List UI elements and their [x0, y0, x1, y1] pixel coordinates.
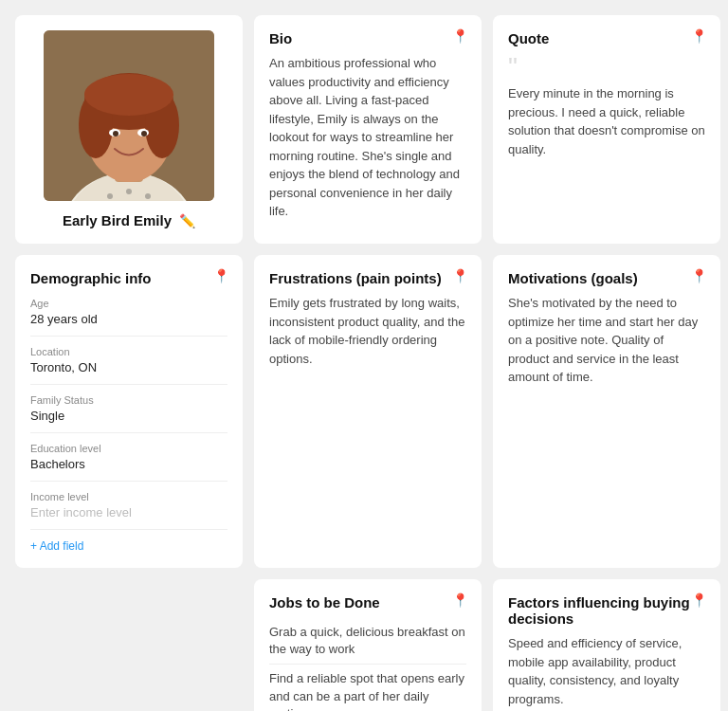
- factors-card: 📍 Factors influencing buying decisions S…: [493, 579, 720, 711]
- age-label: Age: [30, 298, 228, 309]
- factors-body: Speed and efficiency of service, mobile …: [508, 634, 705, 708]
- quote-marks: ": [508, 54, 705, 81]
- motivations-card: 📍 Motivations (goals) She's motivated by…: [493, 255, 720, 568]
- quote-card: 📍 Quote " Every minute in the morning is…: [493, 15, 720, 244]
- svg-point-14: [126, 189, 132, 194]
- family-label: Family Status: [30, 394, 228, 406]
- location-field: Location Toronto, ON: [30, 346, 228, 385]
- edit-icon[interactable]: ✏️: [179, 213, 195, 228]
- demographic-card: 📍 Demographic info Age 28 years old Loca…: [15, 255, 243, 568]
- profile-card: Early Bird Emily ✏️: [15, 15, 243, 244]
- age-value: 28 years old: [30, 312, 228, 326]
- education-label: Education level: [30, 443, 228, 454]
- frustrations-title: Frustrations (pain points): [269, 270, 466, 286]
- jobs-title: Jobs to be Done: [269, 594, 466, 611]
- demographic-title: Demographic info: [30, 270, 228, 286]
- add-field-button[interactable]: + Add field: [30, 539, 228, 553]
- bio-title: Bio: [269, 30, 466, 46]
- profile-name: Early Bird Emily: [63, 212, 172, 228]
- quote-body: Every minute in the morning is precious.…: [508, 84, 705, 158]
- frustrations-card: 📍 Frustrations (pain points) Emily gets …: [254, 255, 482, 568]
- income-placeholder[interactable]: Enter income level: [30, 505, 228, 520]
- frustrations-body: Emily gets frustrated by long waits, inc…: [269, 294, 466, 368]
- add-field-label: + Add field: [30, 539, 83, 553]
- svg-point-11: [113, 131, 118, 137]
- location-label: Location: [30, 346, 228, 357]
- jobs-card: 📍 Jobs to be Done Grab a quick, deliciou…: [254, 579, 482, 711]
- education-value: Bachelors: [30, 457, 228, 471]
- income-field: Income level Enter income level: [30, 491, 228, 530]
- income-label: Income level: [30, 491, 228, 502]
- pin-icon-demo[interactable]: 📍: [213, 268, 229, 283]
- age-field: Age 28 years old: [30, 298, 228, 337]
- job-item-2: Find a reliable spot that opens early an…: [269, 665, 466, 711]
- family-field: Family Status Single: [30, 394, 228, 433]
- svg-point-8: [84, 74, 173, 116]
- pin-icon-quote[interactable]: 📍: [691, 28, 707, 44]
- pin-icon-factors[interactable]: 📍: [691, 592, 707, 608]
- motivations-body: She's motivated by the need to optimize …: [508, 294, 705, 387]
- pin-icon[interactable]: 📍: [452, 28, 468, 44]
- svg-point-13: [107, 193, 113, 199]
- svg-point-12: [141, 131, 147, 137]
- motivations-title: Motivations (goals): [508, 270, 705, 286]
- pin-icon-motivations[interactable]: 📍: [691, 268, 707, 283]
- education-field: Education level Bachelors: [30, 443, 228, 482]
- job-item-1: Grab a quick, delicious breakfast on the…: [269, 618, 466, 665]
- family-value: Single: [30, 409, 228, 423]
- pin-icon-frustrations[interactable]: 📍: [452, 268, 468, 283]
- location-value: Toronto, ON: [30, 360, 228, 374]
- factors-title: Factors influencing buying decisions: [508, 594, 705, 627]
- bio-card: 📍 Bio An ambitious professional who valu…: [254, 15, 482, 244]
- avatar: [44, 30, 214, 201]
- svg-point-15: [145, 193, 151, 199]
- quote-title: Quote: [508, 30, 705, 46]
- pin-icon-jobs[interactable]: 📍: [452, 592, 468, 608]
- bio-body: An ambitious professional who values pro…: [269, 54, 466, 221]
